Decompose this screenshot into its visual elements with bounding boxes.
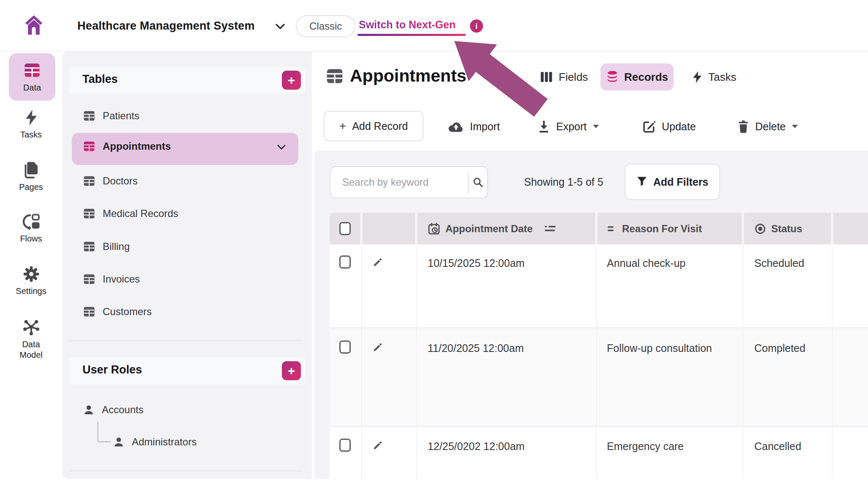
classic-mode-badge: Classic xyxy=(296,15,355,37)
column-divider xyxy=(416,329,417,425)
page-title: Appointments xyxy=(350,66,467,86)
table-row[interactable]: 10/15/2025 12:00am Annual check-up Sched… xyxy=(330,244,868,327)
sidebar-item-patients[interactable]: Patients xyxy=(83,107,139,125)
table-icon xyxy=(83,110,96,122)
add-record-label: Add Record xyxy=(352,120,408,132)
tables-title: Tables xyxy=(82,73,118,86)
update-label: Update xyxy=(662,121,696,133)
cell-appointment-date: 11/20/2025 12:00am xyxy=(428,342,524,354)
trash-icon xyxy=(737,120,749,133)
rail-item-settings[interactable]: Settings xyxy=(0,266,62,296)
calendar-clock-icon xyxy=(428,222,440,235)
row-checkbox[interactable] xyxy=(339,255,351,269)
rail-label-tasks: Tasks xyxy=(0,129,62,140)
column-header-label: Status xyxy=(771,223,802,235)
column-header-appointment-date[interactable]: Appointment Date xyxy=(418,213,595,244)
cell-appointment-date: 12/25/0202 12:00am xyxy=(428,440,524,453)
table-icon xyxy=(83,273,96,285)
lightning-bolt-icon xyxy=(692,70,703,84)
tab-label: Fields xyxy=(559,71,588,84)
pages-icon xyxy=(23,161,40,178)
add-record-button[interactable]: + Add Record xyxy=(324,111,423,141)
add-filters-label: Add Filters xyxy=(653,176,709,188)
rail-item-data[interactable]: Data xyxy=(9,53,55,101)
cell-reason: Emergency care xyxy=(607,440,684,453)
row-checkbox[interactable] xyxy=(339,340,351,354)
table-row[interactable]: 12/25/0202 12:00am Emergency care Cancel… xyxy=(330,428,868,479)
sidebar-item-appointments-selected[interactable]: Appointments xyxy=(72,133,298,165)
rail-label-pages: Pages xyxy=(0,182,62,192)
sidebar-item-customers[interactable]: Customers xyxy=(83,303,152,321)
rail-item-flows[interactable]: Flows xyxy=(0,213,62,244)
column-divider xyxy=(361,428,362,479)
column-divider xyxy=(361,244,362,327)
rail-item-pages[interactable]: Pages xyxy=(0,161,62,192)
data-table-icon xyxy=(23,61,41,79)
home-icon[interactable] xyxy=(25,14,43,36)
add-user-role-button[interactable]: + xyxy=(282,361,301,380)
rail-label-data: Data xyxy=(23,82,41,93)
table-icon xyxy=(83,140,96,153)
update-button[interactable]: Update xyxy=(642,114,696,139)
columns-icon xyxy=(540,70,553,84)
records-panel: Showing 1-5 of 5 Add Filters Appointment… xyxy=(314,151,868,479)
column-divider xyxy=(832,244,833,327)
column-divider xyxy=(416,244,417,327)
edit-pencil-icon[interactable] xyxy=(372,257,383,268)
data-model-icon xyxy=(22,318,40,336)
search-button[interactable] xyxy=(468,170,487,194)
sidebar-item-label: Accounts xyxy=(102,404,144,416)
sidebar-item-administrators[interactable]: Administrators xyxy=(113,433,197,451)
rail-item-tasks[interactable]: Tasks xyxy=(0,109,62,140)
column-divider xyxy=(416,428,417,479)
lightning-bolt-icon xyxy=(24,109,38,126)
sidebar-item-invoices[interactable]: Invoices xyxy=(83,270,140,288)
select-all-checkbox[interactable] xyxy=(339,222,351,235)
caret-down-icon xyxy=(792,124,798,129)
results-count: Showing 1-5 of 5 xyxy=(524,176,603,188)
tab-tasks[interactable]: Tasks xyxy=(692,63,736,91)
tab-fields[interactable]: Fields xyxy=(540,63,588,91)
column-divider xyxy=(743,329,743,425)
caret-down-icon xyxy=(592,124,599,129)
cloud-upload-icon xyxy=(447,120,464,133)
chevron-down-icon[interactable] xyxy=(277,145,286,150)
database-icon xyxy=(606,70,619,84)
search-icon xyxy=(472,177,483,188)
sidebar-divider xyxy=(70,340,302,341)
rail-item-data-model[interactable]: Data Model xyxy=(0,318,62,360)
column-header-status[interactable]: Status xyxy=(744,213,831,244)
flows-icon xyxy=(22,213,40,230)
table-icon xyxy=(325,67,344,85)
row-checkbox[interactable] xyxy=(339,439,351,452)
table-icon xyxy=(83,207,96,220)
search-input[interactable] xyxy=(330,167,468,198)
info-icon[interactable]: i xyxy=(470,19,483,33)
chevron-down-icon[interactable] xyxy=(276,24,285,30)
table-row[interactable]: 11/20/2025 12:00am Follow-up consultatio… xyxy=(330,329,868,425)
app-title: Healthcare Management System xyxy=(77,19,255,33)
sidebar-item-billing[interactable]: Billing xyxy=(83,238,130,255)
column-header-label: Appointment Date xyxy=(445,223,533,235)
edit-pencil-icon[interactable] xyxy=(372,440,383,451)
sidebar-item-accounts[interactable]: Accounts xyxy=(83,401,144,419)
tab-records-active[interactable]: Records xyxy=(601,63,674,91)
column-header-reason-for-visit[interactable]: Reason For Visit xyxy=(598,213,742,244)
table-icon xyxy=(83,305,96,318)
add-filters-button[interactable]: Add Filters xyxy=(625,164,720,200)
tree-branch-line xyxy=(97,422,111,442)
nav-rail: Data Tasks Pages Flows xyxy=(0,52,62,494)
add-table-button[interactable]: + xyxy=(282,71,301,90)
user-roles-title: User Roles xyxy=(82,363,142,376)
delete-button[interactable]: Delete xyxy=(737,114,798,139)
switch-link-underline xyxy=(358,34,466,36)
switch-to-next-gen-link[interactable]: Switch to Next-Gen xyxy=(359,19,456,31)
sidebar-item-doctors[interactable]: Doctors xyxy=(83,172,138,190)
column-divider xyxy=(832,329,833,425)
person-icon xyxy=(113,436,125,448)
edit-pencil-icon[interactable] xyxy=(372,342,383,353)
sidebar-item-medical-records[interactable]: Medical Records xyxy=(83,205,178,222)
import-button[interactable]: Import xyxy=(447,114,500,139)
person-icon xyxy=(83,404,95,416)
export-button[interactable]: Export xyxy=(538,114,599,139)
